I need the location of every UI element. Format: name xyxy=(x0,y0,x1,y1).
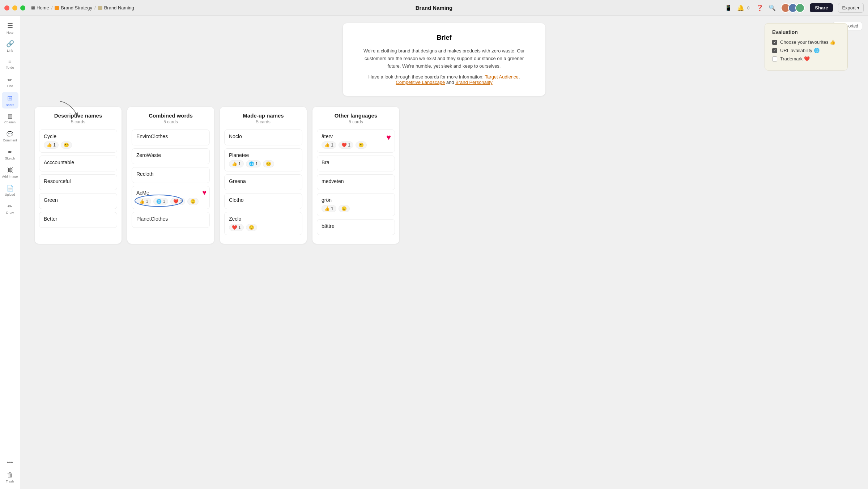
col-header-languages: Other languages 5 cards xyxy=(317,112,395,124)
trash-icon: 🗑 xyxy=(7,471,13,479)
eval-checkbox-trademark[interactable] xyxy=(772,56,777,61)
note-icon: ☰ xyxy=(7,22,13,30)
reaction-thumbs-gron[interactable]: 👍 1 xyxy=(322,205,336,212)
eval-checkbox-favourites[interactable]: ✓ xyxy=(772,40,777,45)
sidebar-label-addimage: Add Image xyxy=(2,175,18,178)
item-medveten[interactable]: medveten xyxy=(317,174,395,190)
item-greena[interactable]: Greena xyxy=(224,174,302,190)
item-reactions-planetee: 👍 1 🌐 1 🙂 xyxy=(229,160,298,167)
fullscreen-button[interactable] xyxy=(20,5,25,10)
brief-link-target-audience[interactable]: Target Audience xyxy=(485,74,519,80)
sidebar-item-link[interactable]: 🔗 Link xyxy=(2,38,18,54)
reaction-smile-cycle[interactable]: 🙂 xyxy=(61,141,72,149)
item-reactions-aterv: 👍 1 ❤️ 1 🙂 xyxy=(322,141,390,149)
item-zeclo[interactable]: Zeclo ❤️ 1 🙂 xyxy=(224,212,302,235)
breadcrumb-sep-2: / xyxy=(94,5,96,10)
eval-checkbox-url[interactable]: ✓ xyxy=(772,48,777,53)
reaction-heart-zeclo[interactable]: ❤️ 1 xyxy=(229,224,244,231)
item-bra[interactable]: Bra xyxy=(317,156,395,171)
eval-item-trademark[interactable]: Trademark ❤️ xyxy=(772,56,840,61)
reaction-smile-gron[interactable]: 🙂 xyxy=(339,205,350,212)
share-button[interactable]: Share xyxy=(810,3,833,12)
column-madeup: Made-up names 5 cards Noclo Planetee 👍 1… xyxy=(220,107,307,244)
item-recloth[interactable]: Recloth xyxy=(132,167,210,183)
reaction-thumbs-planetee[interactable]: 👍 1 xyxy=(229,160,244,167)
export-button[interactable]: Export ▾ xyxy=(838,3,864,13)
sidebar-more[interactable]: ••• xyxy=(7,459,13,466)
sidebar: ☰ Note 🔗 Link ≡ To-do ✏ Line ⊞ Board ▤ C… xyxy=(0,16,20,489)
canvas-area: 0 Unsorted Brief We're a clothing brand … xyxy=(20,16,868,489)
notification-icon: 🔔 xyxy=(737,4,744,11)
eval-label-trademark: Trademark ❤️ xyxy=(780,56,810,61)
reaction-smile-planetee[interactable]: 🙂 xyxy=(263,160,274,167)
sidebar-trash[interactable]: 🗑 Trash xyxy=(2,469,18,485)
reaction-globe-acme[interactable]: 🌐 1 xyxy=(153,198,168,205)
help-icon[interactable]: ❓ xyxy=(756,4,763,12)
item-clotho[interactable]: Clotho xyxy=(224,193,302,209)
evaluation-card: Evaluation ✓ Choose your favourites 👍 ✓ … xyxy=(765,23,848,71)
sidebar-item-upload[interactable]: 📄 Upload xyxy=(2,182,18,199)
todo-icon: ≡ xyxy=(8,59,12,65)
col-title-madeup: Made-up names xyxy=(224,112,302,119)
sidebar-item-todo[interactable]: ≡ To-do xyxy=(2,56,18,72)
breadcrumb-brand-strategy[interactable]: Brand Strategy xyxy=(55,5,92,10)
col-count-descriptive: 5 cards xyxy=(39,119,117,124)
aterv-heart-icon: ♥ xyxy=(386,133,391,142)
reaction-smile-acme[interactable]: 🙂 xyxy=(187,198,199,205)
reaction-smile-zeclo[interactable]: 🙂 xyxy=(246,224,257,231)
sidebar-item-line[interactable]: ✏ Line xyxy=(2,74,18,90)
item-cycle[interactable]: Cycle 👍 1 🙂 xyxy=(39,129,117,153)
home-breadcrumb[interactable]: ⊠ Home xyxy=(31,5,49,10)
acme-heart-icon: ♥ xyxy=(202,188,207,197)
board-icon: ⊞ xyxy=(7,94,13,102)
breadcrumb-brand-naming[interactable]: Brand Naming xyxy=(98,5,134,10)
device-icon[interactable]: 📱 xyxy=(725,4,732,12)
item-planetee[interactable]: Planetee 👍 1 🌐 1 🙂 xyxy=(224,148,302,171)
col-title-languages: Other languages xyxy=(317,112,395,119)
item-green[interactable]: Green xyxy=(39,193,117,209)
minimize-button[interactable] xyxy=(12,5,17,10)
item-planetclothes[interactable]: PlanetClothes xyxy=(132,212,210,228)
brief-title: Brief xyxy=(357,34,531,42)
reaction-thumbs-cycle[interactable]: 👍 1 xyxy=(44,141,59,149)
item-enviroclothes[interactable]: EnviroClothes xyxy=(132,129,210,145)
sidebar-item-board[interactable]: ⊞ Board xyxy=(2,92,18,109)
col-count-madeup: 5 cards xyxy=(224,119,302,124)
sidebar-item-draw[interactable]: ✏ Draw xyxy=(2,200,18,217)
item-noclo[interactable]: Noclo xyxy=(224,129,302,145)
sidebar-item-column[interactable]: ▤ Column xyxy=(2,110,18,127)
col-header-madeup: Made-up names 5 cards xyxy=(224,112,302,124)
sidebar-item-addimage[interactable]: 🖼 Add Image xyxy=(2,164,18,181)
item-battre[interactable]: bättre xyxy=(317,219,395,235)
column-icon: ▤ xyxy=(8,113,13,119)
reaction-thumbs-acme[interactable]: 👍 1 xyxy=(136,198,151,205)
item-gron[interactable]: grön 👍 1 🙂 xyxy=(317,193,395,216)
search-icon[interactable]: 🔍 xyxy=(769,4,776,12)
reaction-smile-aterv[interactable]: 🙂 xyxy=(356,141,367,149)
item-resourceful[interactable]: Resourceful xyxy=(39,174,117,190)
item-acccountable[interactable]: Acccountable xyxy=(39,156,117,171)
sidebar-item-note[interactable]: ☰ Note xyxy=(2,20,18,36)
reaction-globe-planetee[interactable]: 🌐 1 xyxy=(246,160,261,167)
reaction-thumbs-aterv[interactable]: 👍 1 xyxy=(322,141,336,149)
item-reactions-acme: 👍 1 🌐 1 ❤️ 1 🙂 xyxy=(136,198,205,205)
reaction-heart-aterv[interactable]: ❤️ 1 xyxy=(339,141,353,149)
sidebar-item-comment[interactable]: 💬 Comment xyxy=(2,128,18,145)
item-aterv[interactable]: återv 👍 1 ❤️ 1 🙂 ♥ xyxy=(317,129,395,153)
sidebar-label-upload: Upload xyxy=(5,193,15,196)
brief-text-2: Have a look through these boards for mor… xyxy=(369,74,484,80)
item-zerowaste[interactable]: ZeroWaste xyxy=(132,148,210,164)
eval-title: Evaluation xyxy=(772,29,840,35)
eval-item-url[interactable]: ✓ URL availability 🌐 xyxy=(772,48,840,53)
brief-link-personality[interactable]: Brand Personality xyxy=(455,80,493,85)
notification-area[interactable]: 🔔 0 xyxy=(737,4,751,11)
titlebar-right: 📱 🔔 0 ❓ 🔍 Share Export ▾ xyxy=(725,3,864,13)
sidebar-label-link: Link xyxy=(7,49,13,52)
brief-link-competitive[interactable]: Competitive Landscape xyxy=(396,80,445,85)
close-button[interactable] xyxy=(4,5,9,10)
item-better[interactable]: Better xyxy=(39,212,117,228)
sidebar-item-sketch[interactable]: ✒ Sketch xyxy=(2,146,18,163)
item-acme[interactable]: AcMe 👍 1 🌐 1 ❤️ 1 🙂 xyxy=(132,186,210,209)
reaction-heart-acme[interactable]: ❤️ 1 xyxy=(170,198,185,205)
eval-item-favourites[interactable]: ✓ Choose your favourites 👍 xyxy=(772,39,840,45)
